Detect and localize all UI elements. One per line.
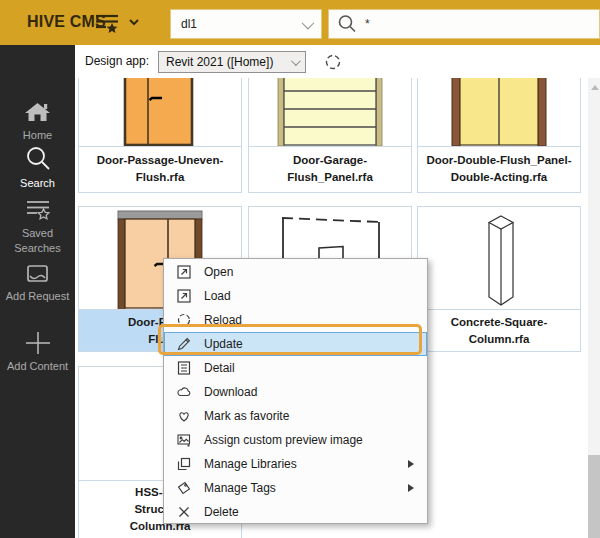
- menu-item-manage-libraries[interactable]: Manage Libraries: [164, 452, 427, 476]
- saved-search-filter-button[interactable]: [94, 11, 140, 35]
- sidebar: Home Search Saved Searches: [0, 45, 75, 538]
- sidebar-item-add-request[interactable]: Add Request: [0, 263, 75, 304]
- sidebar-item-label: Saved Searches: [0, 226, 75, 256]
- sidebar-item-label: Add Request: [0, 289, 75, 304]
- search-input[interactable]: [365, 17, 565, 31]
- detail-icon: [164, 360, 204, 376]
- family-tile[interactable]: Door-Passage-Uneven-Flush.rfa: [78, 78, 242, 193]
- menu-item-assign-custom-preview-image[interactable]: Assign custom preview image: [164, 428, 427, 452]
- door-passage-uneven-flush-preview: [79, 78, 241, 147]
- sidebar-item-home[interactable]: Home: [0, 100, 75, 143]
- family-tile[interactable]: Concrete-Square-Column.rfa: [417, 206, 581, 352]
- tile-label: Door-Double-Flush_Panel-Double-Acting.rf…: [418, 146, 580, 192]
- search-icon: [0, 145, 75, 172]
- chevron-down-icon: [302, 16, 315, 29]
- saved-search-value: dl1: [181, 17, 197, 31]
- search-box[interactable]: [328, 9, 600, 39]
- assign-preview-image-icon: [164, 432, 204, 448]
- sidebar-item-search[interactable]: Search: [0, 145, 75, 191]
- concrete-square-column-preview: [418, 207, 580, 311]
- menu-item-load[interactable]: Load: [164, 284, 427, 308]
- tile-label: Door-Passage-Uneven-Flush.rfa: [79, 146, 241, 192]
- design-app-label: Design app:: [85, 54, 149, 68]
- menu-item-manage-tags[interactable]: Manage Tags: [164, 476, 427, 500]
- design-app-toolbar: Design app: Revit 2021 ([Home]): [75, 45, 600, 78]
- tile-label: Door-Garage-Flush_Panel.rfa: [249, 146, 411, 192]
- sidebar-item-label: Home: [0, 128, 75, 143]
- menu-item-reload[interactable]: Reload: [164, 308, 427, 332]
- vertical-scrollbar-thumb[interactable]: [588, 455, 600, 538]
- menu-item-download[interactable]: Download: [164, 380, 427, 404]
- design-app-value: Revit 2021 ([Home]): [166, 55, 273, 69]
- top-bar: HIVE CMS dl1: [0, 0, 600, 45]
- design-app-combobox[interactable]: Revit 2021 ([Home]): [158, 51, 306, 73]
- menu-item-open[interactable]: Open: [164, 260, 427, 284]
- menu-item-mark-as-favorite[interactable]: Mark as favorite: [164, 404, 427, 428]
- delete-icon: [164, 504, 204, 520]
- sidebar-item-add-content[interactable]: Add Content: [0, 331, 75, 374]
- load-icon: [164, 288, 204, 304]
- manage-libraries-icon: [164, 456, 204, 472]
- refresh-button[interactable]: [324, 53, 342, 71]
- scrollbar-up-arrow[interactable]: [591, 85, 599, 90]
- hive-cms-window: HIVE CMS dl1: [0, 0, 600, 538]
- family-tile[interactable]: Door-Garage-Flush_Panel.rfa: [248, 78, 412, 193]
- filter-star-icon: [94, 11, 140, 35]
- sidebar-item-label: Add Content: [0, 359, 75, 374]
- menu-item-update[interactable]: Update: [164, 332, 427, 356]
- update-pencil-icon: [164, 336, 204, 352]
- manage-tags-icon: [164, 480, 204, 496]
- search-icon: [337, 14, 357, 34]
- add-content-icon: [0, 331, 75, 355]
- chevron-down-icon: [291, 56, 301, 66]
- door-double-flush-panel-preview: [418, 78, 580, 147]
- context-menu: Open Load Reload Update: [163, 258, 428, 524]
- favorite-heart-icon: [164, 408, 204, 424]
- door-garage-flush-panel-preview: [249, 78, 411, 147]
- refresh-icon: [324, 53, 342, 71]
- add-request-icon: [0, 263, 75, 285]
- saved-searches-icon: [0, 198, 75, 222]
- tile-label: Concrete-Square-Column.rfa: [418, 309, 580, 351]
- submenu-arrow-icon: [408, 484, 414, 492]
- download-cloud-icon: [164, 384, 204, 400]
- submenu-arrow-icon: [408, 460, 414, 468]
- saved-search-combobox[interactable]: dl1: [170, 9, 322, 39]
- sidebar-item-saved-searches[interactable]: Saved Searches: [0, 198, 75, 256]
- open-icon: [164, 264, 204, 280]
- home-icon: [0, 100, 75, 124]
- sidebar-item-label: Search: [0, 176, 75, 191]
- family-tile[interactable]: Door-Double-Flush_Panel-Double-Acting.rf…: [417, 78, 581, 193]
- reload-icon: [164, 312, 204, 328]
- menu-item-detail[interactable]: Detail: [164, 356, 427, 380]
- menu-item-delete[interactable]: Delete: [164, 500, 427, 524]
